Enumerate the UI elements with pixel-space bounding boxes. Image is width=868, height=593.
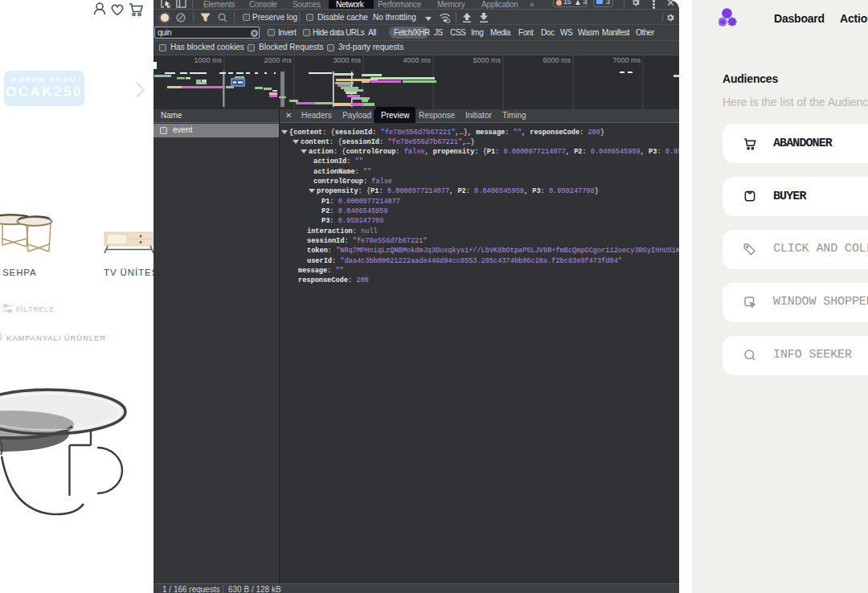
svg-text:2000 ms: 2000 ms (264, 56, 292, 64)
svg-text:6000 ms: 6000 ms (542, 56, 571, 64)
svg-text:4000 ms: 4000 ms (403, 56, 431, 64)
svg-text:1000 ms: 1000 ms (194, 56, 222, 64)
svg-text:7000 ms: 7000 ms (612, 56, 641, 64)
svg-text:3000 ms: 3000 ms (333, 56, 361, 64)
svg-text:5000 ms: 5000 ms (473, 56, 501, 64)
